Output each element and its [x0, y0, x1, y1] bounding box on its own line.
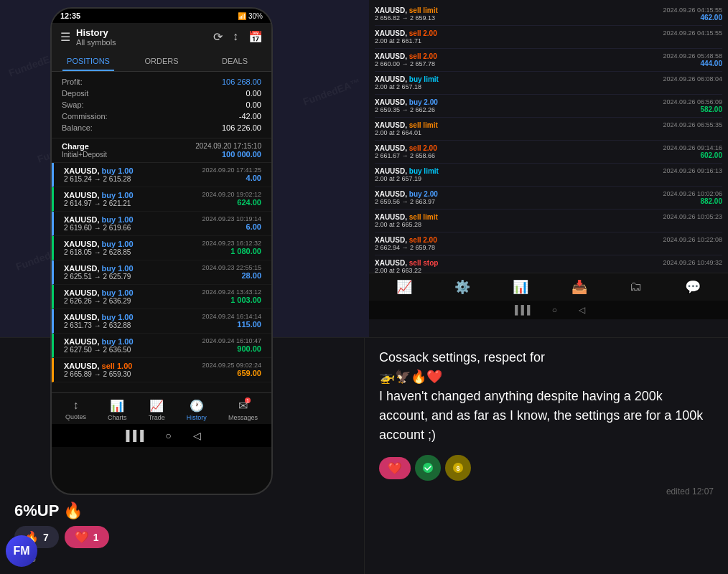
avatar: FM: [6, 535, 37, 567]
sort-icon[interactable]: ↕: [233, 30, 238, 44]
trade-4-symbol: XAUUSD,: [64, 264, 102, 273]
rt-10-price: 2 662.94 → 2 659.78: [375, 244, 437, 251]
nav-messages[interactable]: ✉ 1 Messages: [228, 399, 258, 421]
rt-3-date: 2024.09.26 06:08:04: [663, 75, 722, 83]
history-icon: 🕐: [190, 399, 204, 413]
tab-orders[interactable]: ORDERS: [125, 51, 198, 71]
rt-2-dir: sell 2.00: [409, 52, 437, 60]
rt-2-profit: 444.00: [663, 60, 722, 67]
bottom-circle-btn[interactable]: [415, 455, 441, 481]
trade-7-profit: 900.00: [202, 344, 261, 353]
stat-deposit: Deposit 0.00: [62, 88, 261, 99]
stat-profit-value: 106 268.00: [222, 77, 261, 86]
stat-commission-value: -42.00: [239, 112, 261, 121]
charge-sublabel: Initial+Deposit: [62, 151, 107, 159]
nav-history[interactable]: 🕐 History: [187, 399, 207, 421]
rt-10-sym: XAUUSD,: [375, 236, 409, 244]
rt-nav-download-icon[interactable]: 📥: [571, 279, 587, 295]
up-text: 6%UP 🔥: [14, 502, 83, 520]
rt-0-sym: XAUUSD,: [375, 6, 409, 14]
rt-item-11: XAUUSD, sell stop 2.00 at 2 663.22 2024.…: [375, 255, 722, 273]
tab-positions[interactable]: POSITIONS: [52, 51, 125, 71]
trade-8-direction: sell 1.00: [102, 362, 133, 370]
refresh-icon[interactable]: ⟳: [213, 30, 223, 44]
svg-point-0: [423, 463, 433, 473]
trade-2-direction: buy 1.00: [102, 215, 134, 224]
trade-item-8: XAUUSD, sell 1.00 2 665.89 → 2 659.30 20…: [52, 358, 271, 382]
bottom-coin-btn[interactable]: $: [445, 455, 471, 481]
rt-nav-chart-icon[interactable]: 📈: [396, 279, 412, 295]
rt-3-sym: XAUUSD,: [375, 75, 409, 83]
trade-3-date: 2024.09.23 16:12:32: [202, 240, 261, 247]
gesture-back[interactable]: ◁: [193, 430, 201, 441]
heart-reaction-btn[interactable]: ❤️ 1: [65, 526, 109, 548]
trade-1-direction: buy 1.00: [102, 191, 134, 199]
trade-3-price: 2 618.05 → 2 628.85: [64, 248, 134, 256]
rt-item-8: XAUUSD, buy 2.00 2 659.56 → 2 663.97 202…: [375, 187, 722, 210]
trade-8-price: 2 665.89 → 2 659.30: [64, 370, 132, 378]
edited-text: edited 12:07: [379, 486, 714, 497]
gesture-home[interactable]: ○: [165, 430, 171, 441]
rt-6-sym: XAUUSD,: [375, 144, 409, 152]
right-trades-list: XAUUSD, sell limit 2 656.82 → 2 659.13 2…: [369, 0, 728, 273]
app-header-left: ☰ History All symbols: [60, 27, 116, 47]
stat-swap-value: 0.00: [246, 100, 261, 109]
stat-deposit-label: Deposit: [62, 89, 88, 98]
trade-item-1: XAUUSD, buy 1.00 2 614.97 → 2 621.21 202…: [52, 187, 271, 212]
trade-6-profit: 115.00: [202, 320, 261, 329]
rt-0-price: 2 656.82 → 2 659.13: [375, 14, 438, 22]
rt-nav-chat-icon[interactable]: 💬: [685, 279, 701, 295]
nav-quotes[interactable]: ↕ Quotes: [65, 399, 86, 421]
rt-nav-grid-icon[interactable]: 🗂: [630, 279, 643, 295]
charge-date: 2024.09.20 17:15:10: [195, 142, 261, 150]
rt-gesture-home[interactable]: ○: [552, 305, 557, 315]
rt-nav-bars-icon[interactable]: 📊: [513, 279, 528, 295]
rt-gesture-menu[interactable]: ▐▐▐: [512, 305, 531, 315]
trade-4-profit: 28.00: [202, 271, 261, 280]
rt-11-sym: XAUUSD,: [375, 259, 409, 267]
nav-charts-label: Charts: [108, 414, 127, 421]
rt-gesture-bar: ▐▐▐ ○ ◁: [369, 301, 728, 319]
rt-nav-settings-icon[interactable]: ⚙️: [454, 279, 470, 295]
rt-1-dir: sell 2.00: [409, 29, 437, 37]
nav-charts[interactable]: 📊 Charts: [108, 399, 127, 421]
trade-item-3: XAUUSD, buy 1.00 2 618.05 → 2 628.85 202…: [52, 236, 271, 260]
trade-2-date: 2024.09.23 10:19:14: [202, 215, 261, 222]
rt-gesture-back[interactable]: ◁: [579, 305, 585, 315]
trade-6-direction: buy 1.00: [102, 313, 134, 321]
charge-row: Charge Initial+Deposit 2024.09.20 17:15:…: [52, 138, 271, 163]
stat-swap-label: Swap:: [62, 100, 84, 109]
gesture-menu[interactable]: ▐▐▐: [122, 430, 144, 441]
rt-7-date: 2024.09.26 09:16:13: [663, 167, 722, 174]
stat-swap: Swap: 0.00: [62, 99, 261, 110]
rt-9-price: 2.00 at 2 665.28: [375, 221, 438, 228]
rt-10-date: 2024.09.26 10:22:08: [663, 236, 722, 243]
rt-5-price: 2.00 at 2 664.01: [375, 129, 438, 136]
trade-8-symbol: XAUUSD,: [64, 362, 102, 370]
trade-icon: 📈: [149, 399, 164, 413]
rt-4-profit: 582.00: [663, 105, 722, 113]
rt-9-dir: sell limit: [409, 213, 438, 221]
phone-left: 12:35 📶 30% ☰ History All symbols ⟳ ↕ 📅 …: [50, 7, 273, 495]
stat-commission: Commission: -42.00: [62, 110, 261, 122]
bottom-heart-btn[interactable]: ❤️: [379, 457, 411, 479]
rt-11-date: 2024.09.26 10:49:32: [663, 259, 722, 266]
rt-9-sym: XAUUSD,: [375, 213, 409, 221]
trade-5-direction: buy 1.00: [102, 288, 134, 297]
trade-3-profit: 1 080.00: [202, 247, 261, 255]
trade-7-symbol: XAUUSD,: [64, 337, 102, 346]
rt-1-price: 2.00 at 2 661.71: [375, 37, 437, 44]
tab-deals[interactable]: DEALS: [198, 51, 271, 71]
calendar-icon[interactable]: 📅: [248, 30, 263, 44]
nav-trade[interactable]: 📈 Trade: [149, 399, 165, 421]
trade-2-profit: 6.00: [202, 222, 261, 231]
bottom-right: Cossack settings, respect for 🚁🦅🔥❤️ I ha…: [364, 337, 728, 574]
rt-2-date: 2024.09.26 05:48:58: [663, 52, 722, 60]
trade-2-price: 2 619.60 → 2 619.66: [64, 224, 134, 232]
trade-1-profit: 624.00: [202, 198, 261, 207]
menu-icon[interactable]: ☰: [60, 30, 70, 44]
header-icons: ⟳ ↕ 📅: [213, 30, 263, 44]
rt-8-price: 2 659.56 → 2 663.97: [375, 198, 438, 205]
rt-item-10: XAUUSD, sell 2.00 2 662.94 → 2 659.78 20…: [375, 232, 722, 255]
rt-bottom-nav: 📈 ⚙️ 📊 📥 🗂 💬: [369, 273, 728, 301]
